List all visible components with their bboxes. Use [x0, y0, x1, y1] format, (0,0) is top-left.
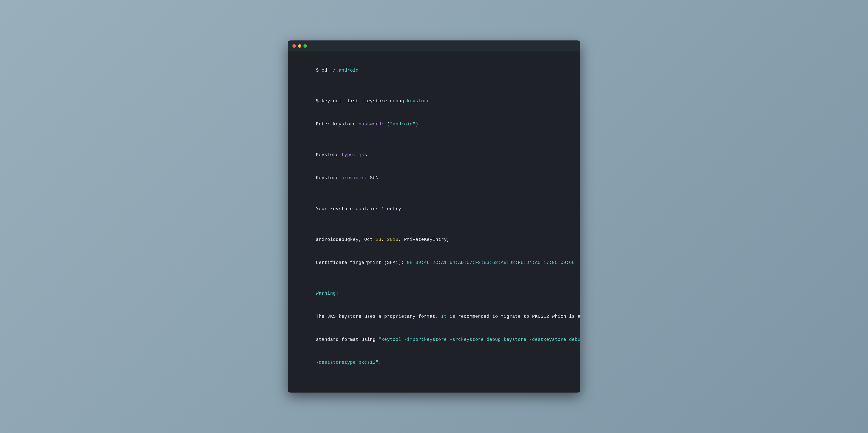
prompt-cd: $ cd: [316, 68, 330, 73]
key-entry-pre: androiddebugkey, Oct: [316, 237, 376, 242]
line-ks-provider: Keystore provider: SUN: [299, 167, 569, 190]
key-entry-day: 23: [375, 237, 381, 242]
line-sha1: Certificate fingerprint (SHA1): 0E:09:46…: [299, 251, 569, 274]
ks-count-post: entry: [384, 206, 401, 212]
spacer-5: [299, 274, 569, 282]
warning-label: Warning:: [316, 291, 339, 296]
minimize-button[interactable]: [298, 44, 301, 48]
spacer-4: [299, 220, 569, 228]
provider-label: provider:: [341, 176, 367, 181]
ks-provider-text: Keystore: [316, 176, 342, 181]
key-entry-rest: , PrivateKeyEntry,: [398, 237, 450, 242]
prompt-keytool: $ keytool -list -keystore debug.: [316, 98, 407, 104]
terminal-window: $ cd ~/.android $ keytool -list -keystor…: [288, 40, 580, 393]
line-key-entry: androiddebugkey, Oct 23, 2018, PrivateKe…: [299, 228, 569, 251]
ks-count-pre: Your keystore contains: [316, 206, 381, 212]
line-password: Enter keystore password: ("android"): [299, 113, 569, 136]
path-android: ~/.android: [330, 68, 359, 73]
terminal-body: $ cd ~/.android $ keytool -list -keystor…: [288, 52, 580, 382]
warning-period: .: [378, 360, 381, 365]
line-warning-label: Warning:: [299, 282, 569, 305]
line-warning-3: -deststoretype pkcs12".: [299, 351, 569, 374]
line-warning-2: standard format using "keytool -importke…: [299, 328, 569, 351]
ks-type-text: Keystore: [316, 152, 342, 158]
provider-value: SUN: [367, 176, 378, 181]
sha1-label: Certificate fingerprint (SHA1):: [316, 260, 407, 266]
password-label: password:: [359, 122, 384, 127]
maximize-button[interactable]: [304, 44, 307, 48]
line-cd: $ cd ~/.android: [299, 59, 569, 82]
warning-it: It: [441, 314, 447, 319]
warning-text-2a: standard format using: [316, 337, 378, 342]
line-ks-type: Keystore type: jks: [299, 144, 569, 167]
line-ks-count: Your keystore contains 1 entry: [299, 197, 569, 220]
spacer-3: [299, 190, 569, 197]
warning-text-pre: The JKS keystore uses a proprietary form…: [316, 314, 441, 319]
type-value: jks: [355, 152, 367, 158]
type-label: type:: [341, 152, 355, 158]
warning-quoted-2: -deststoretype pkcs12": [316, 360, 378, 365]
enter-password-text: Enter keystore: [316, 122, 359, 127]
line-keytool: $ keytool -list -keystore debug.keystore: [299, 90, 569, 113]
spacer-2: [299, 136, 569, 144]
close-button[interactable]: [292, 44, 296, 48]
warning-quoted-1: "keytool -importkeystore -srckeystore de…: [378, 337, 580, 342]
keystore-word: keystore: [407, 98, 430, 104]
key-entry-comma1: ,: [381, 237, 387, 242]
password-close: ): [415, 122, 418, 127]
warning-text-mid: is recommended to migrate to PKCS12 whic…: [447, 314, 580, 319]
titlebar: [288, 40, 580, 52]
password-value: "android": [390, 122, 415, 127]
key-entry-year: 2018: [387, 237, 398, 242]
spacer-1: [299, 82, 569, 90]
password-paren: (: [384, 122, 390, 127]
sha1-value: 0E:09:46:2C:A1:64:AD:C7:F2:83:62:A8:D2:F…: [407, 260, 575, 266]
ks-count-num: 1: [381, 206, 384, 212]
line-warning-1: The JKS keystore uses a proprietary form…: [299, 305, 569, 328]
